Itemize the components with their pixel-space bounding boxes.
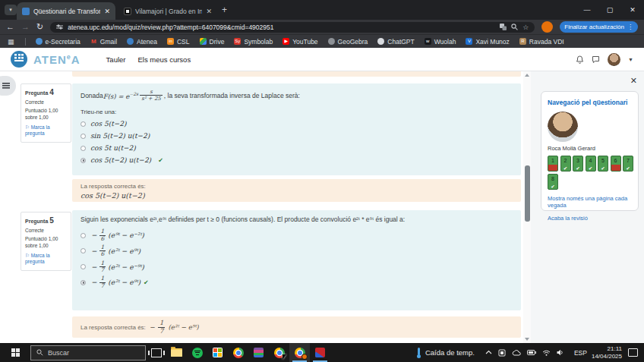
taskbar-search-input[interactable]: Buscar	[30, 345, 146, 360]
forward-button[interactable]: →	[21, 23, 30, 31]
finish-review-link[interactable]: Acaba la revisió	[548, 215, 632, 222]
onedrive-cloud-icon[interactable]	[512, 350, 521, 356]
site-settings-icon[interactable]	[56, 24, 63, 30]
media-app-icon	[315, 348, 325, 357]
language-indicator[interactable]: ESP	[574, 349, 587, 357]
answer-option[interactable]: sin 5(t−2) u(t−2)	[80, 132, 513, 140]
bookmark-wuolah[interactable]: wWuolah	[425, 38, 456, 46]
answer-option-selected[interactable]: − 17 (e²ᵗ − e⁹ᵗ)	[80, 275, 513, 289]
site-favicon	[124, 8, 131, 15]
radio-selected[interactable]	[80, 158, 86, 163]
answer-option[interactable]: − 17 (e²ᵗ − e⁻⁹ᵗ)	[80, 260, 513, 274]
question-nav-button-1[interactable]: 1	[548, 156, 558, 172]
start-button[interactable]	[0, 343, 30, 362]
radio-unselected[interactable]	[80, 146, 86, 151]
chrome-profile2-button[interactable]	[269, 343, 289, 362]
tab-title: Vilamajori | Grado en Ingenieria	[135, 8, 202, 15]
bookmark-star-icon[interactable]: ☆	[522, 24, 529, 31]
question-nav-button-5[interactable]: 5	[598, 156, 608, 172]
new-tab-button[interactable]: +	[222, 5, 227, 15]
flag-question-link[interactable]: ⚐ Marca la pregunta	[25, 124, 67, 138]
question-nav-button-4[interactable]: 4	[586, 156, 596, 172]
tray-chevron-icon[interactable]	[485, 350, 492, 355]
atenea-logo-icon[interactable]	[11, 51, 27, 68]
course-index-toggle[interactable]	[0, 76, 16, 96]
volume-icon[interactable]	[557, 349, 564, 356]
reload-button[interactable]: ↻	[36, 23, 43, 31]
media-app-button[interactable]	[310, 343, 330, 362]
winrar-button[interactable]	[248, 343, 269, 362]
scroll-up-icon[interactable]	[525, 74, 529, 77]
bookmark-drive[interactable]: Drive	[200, 38, 225, 46]
task-view-button[interactable]	[146, 343, 166, 362]
back-button[interactable]: ←	[6, 23, 14, 31]
answer-option[interactable]: cos 5t u(t−2)	[80, 144, 513, 152]
nav-my-courses-link[interactable]: Els meus cursos	[137, 55, 191, 64]
radio-unselected[interactable]	[80, 121, 86, 127]
radio-unselected[interactable]	[80, 264, 86, 269]
scrollbar-thumb[interactable]	[525, 165, 530, 222]
browser-profile-avatar[interactable]	[541, 21, 553, 33]
maximize-button[interactable]: ▢	[598, 0, 621, 20]
radio-unselected[interactable]	[80, 134, 86, 139]
browser-menu-icon[interactable]: ⋮	[627, 24, 633, 30]
user-menu-caret-icon[interactable]: ▼	[628, 57, 633, 62]
minimize-button[interactable]: —	[576, 0, 598, 20]
teams-tray-icon[interactable]	[498, 349, 506, 357]
flag-question-link[interactable]: ⚐ Marca la pregunta	[25, 253, 67, 266]
battery-icon[interactable]	[527, 350, 536, 355]
close-window-button[interactable]: ✕	[621, 0, 644, 20]
file-explorer-button[interactable]	[166, 343, 187, 362]
bookmark-symbolab[interactable]: SySymbolab	[234, 38, 273, 46]
question-nav-button-3[interactable]: 3	[573, 156, 583, 172]
user-avatar[interactable]	[608, 53, 620, 66]
bookmark-youtube[interactable]: ▶YouTube	[283, 38, 317, 46]
notifications-bell-icon[interactable]	[576, 55, 584, 64]
answer-option-selected[interactable]: cos 5(t−2) u(t−2)	[80, 156, 513, 164]
vertical-scrollbar[interactable]	[523, 71, 531, 343]
apps-grid-icon[interactable]: ▦	[8, 38, 15, 46]
bookmark-geogebra[interactable]: GeoGebra	[328, 38, 368, 46]
answer-option[interactable]: − 16 (e²ᵗ − e⁹ᵗ)	[80, 244, 513, 258]
bookmark-ravada-vdi[interactable]: RRavada VDI	[519, 38, 564, 46]
action-center-icon[interactable]	[628, 348, 638, 357]
chrome-button[interactable]	[228, 343, 248, 362]
tab-quiz[interactable]: Qüestionari de Transformada d ✕	[17, 2, 115, 20]
weather-widget[interactable]: Caída de temp.	[425, 348, 475, 357]
radio-selected[interactable]	[80, 280, 86, 285]
radio-unselected[interactable]	[80, 248, 86, 253]
tab-close-icon[interactable]: ✕	[206, 8, 212, 15]
tab-close-icon[interactable]: ✕	[104, 8, 110, 15]
tab-search-chevron-icon[interactable]: ▾	[5, 5, 17, 15]
nav-dashboard-link[interactable]: Tauler	[106, 55, 126, 64]
answer-option[interactable]: cos 5(t−2)	[80, 120, 513, 127]
address-bar[interactable]: atenea.upc.edu/mod/quiz/review.php?attem…	[50, 22, 535, 33]
bookmark-e-secretaria[interactable]: e-Secretaria	[36, 38, 80, 46]
scroll-down-icon[interactable]	[525, 338, 529, 341]
question-nav-button-6[interactable]: 6	[611, 156, 621, 172]
chrome-active-button[interactable]	[289, 343, 310, 362]
bookmark-csl[interactable]: inCSL	[167, 38, 190, 46]
microsoft-store-button[interactable]	[207, 343, 228, 362]
search-icon	[36, 349, 43, 356]
question-nav-button-2[interactable]: 2	[560, 156, 571, 172]
translate-icon[interactable]	[500, 24, 507, 30]
bookmark-chatgpt[interactable]: ChatGPT	[377, 38, 414, 46]
bookmark-gmail[interactable]: MGmail	[90, 38, 117, 46]
taskbar-clock[interactable]: 21:11 14/04/2025	[592, 345, 622, 360]
finish-update-button[interactable]: Finalizar actualización ⋮	[560, 21, 638, 33]
bookmark-xavi-munoz[interactable]: VXavi Munoz	[466, 38, 509, 46]
show-one-page-link[interactable]: Mostra només una pàgina cada vegada	[548, 195, 632, 210]
messages-icon[interactable]	[592, 55, 600, 64]
drawer-close-icon[interactable]: ✕	[630, 76, 637, 86]
spotify-button[interactable]	[187, 343, 207, 362]
tab-vilamajor[interactable]: Vilamajori | Grado en Ingenieria ✕	[118, 2, 217, 20]
question-nav-button-8[interactable]: 8	[548, 174, 558, 190]
question-nav-button-7[interactable]: 7	[623, 156, 633, 172]
atenea-wordmark[interactable]: ATENeA	[33, 53, 80, 66]
radio-unselected[interactable]	[80, 233, 86, 238]
wifi-icon[interactable]	[542, 350, 551, 356]
bookmark-atenea[interactable]: Atenea	[127, 38, 157, 46]
zoom-indicator-icon[interactable]	[511, 24, 518, 30]
answer-option[interactable]: − 16 (e⁹ᵗ − e⁻²ᵗ)	[80, 228, 513, 242]
